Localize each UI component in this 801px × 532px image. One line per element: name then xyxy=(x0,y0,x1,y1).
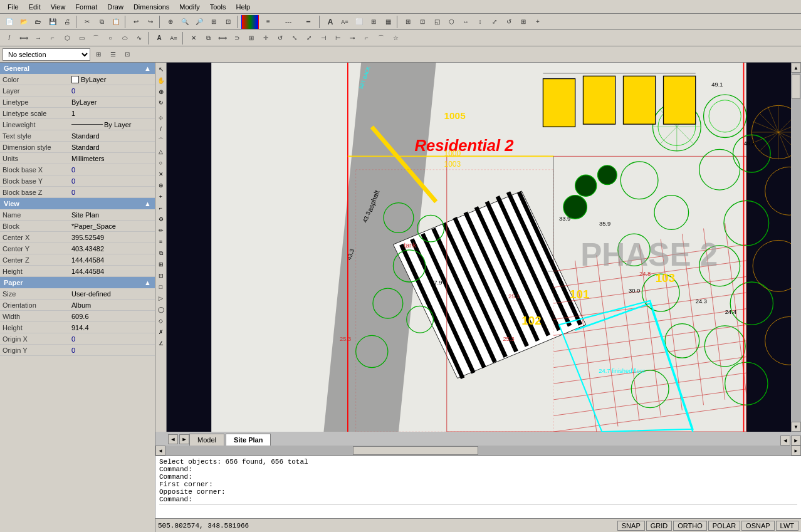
vscroll-track[interactable] xyxy=(791,73,801,422)
draw-spline[interactable]: ∿ xyxy=(132,31,146,45)
zoom-win-button[interactable]: ⊡ xyxy=(221,15,235,29)
tab-model[interactable]: Model xyxy=(189,434,224,446)
palette-button[interactable] xyxy=(241,15,259,29)
new-button[interactable]: 📄 xyxy=(3,15,16,29)
draw-ray[interactable]: → xyxy=(31,31,45,45)
lt-pen[interactable]: ✏ xyxy=(156,226,166,236)
menu-dimensions[interactable]: Dimensions xyxy=(128,2,174,12)
polar-button[interactable]: POLAR xyxy=(708,521,740,531)
view-section-header[interactable]: View ▲ xyxy=(0,198,155,209)
menu-tools[interactable]: Tools xyxy=(205,2,231,12)
layer-button[interactable]: ≡ xyxy=(259,15,277,29)
draw-line[interactable]: / xyxy=(3,31,16,45)
draw-pline[interactable]: ⌐ xyxy=(46,31,60,45)
lt-corner[interactable]: ⌐ xyxy=(156,203,166,213)
hscroll-right-btn[interactable]: ► xyxy=(791,446,801,456)
lineweight-button[interactable]: ━ xyxy=(300,15,317,29)
draw-poly[interactable]: ⬡ xyxy=(60,31,74,45)
lt-circ2[interactable]: ◯ xyxy=(156,305,166,315)
print-button[interactable]: 🖨 xyxy=(60,15,74,29)
tools3[interactable]: ◱ xyxy=(430,15,444,29)
lt-dia[interactable]: ◇ xyxy=(156,316,166,326)
grid-button[interactable]: GRID xyxy=(646,521,673,531)
selection-dropdown[interactable]: No selection xyxy=(3,48,90,61)
zoom-out-button[interactable]: 🔎 xyxy=(192,15,206,29)
menu-view[interactable]: View xyxy=(46,2,71,12)
mod-erase[interactable]: ✕ xyxy=(187,31,201,45)
lt-rotate[interactable]: ↻ xyxy=(156,98,166,108)
zoom-in-button[interactable]: 🔍 xyxy=(178,15,192,29)
mod-mirror[interactable]: ⟺ xyxy=(216,31,229,45)
tab-scroll-left[interactable]: ◄ xyxy=(168,434,178,444)
draw-rect[interactable]: ▭ xyxy=(75,31,88,45)
mod-fillet[interactable]: ⌒ xyxy=(374,31,388,45)
lt-triangle[interactable]: △ xyxy=(156,147,166,157)
draw-ellipse[interactable]: ⬭ xyxy=(118,31,132,45)
lt-tri2[interactable]: ▷ xyxy=(156,293,166,303)
lt-circle[interactable]: ○ xyxy=(156,158,166,168)
cut-button[interactable]: ✂ xyxy=(80,15,94,29)
lt-select[interactable]: ↖ xyxy=(156,64,166,74)
command-input[interactable] xyxy=(159,504,797,515)
mod-offset[interactable]: ⊃ xyxy=(230,31,244,45)
hscroll-left-btn[interactable]: ◄ xyxy=(155,446,165,456)
tools5[interactable]: ↔ xyxy=(459,15,473,29)
menu-modify[interactable]: Modify xyxy=(174,2,204,12)
snap-button[interactable]: SNAP xyxy=(617,521,645,531)
tab-prev[interactable]: ◄ xyxy=(780,436,790,446)
lt-gear[interactable]: ⚙ xyxy=(156,214,166,224)
lt-cross[interactable]: ✕ xyxy=(156,169,166,179)
paper-section-header[interactable]: Paper ▲ xyxy=(0,277,155,288)
mod-move[interactable]: ✛ xyxy=(259,31,273,45)
menu-format[interactable]: Format xyxy=(70,2,102,12)
draw-arc[interactable]: ⌒ xyxy=(89,31,103,45)
mod-break[interactable]: ⊸ xyxy=(345,31,359,45)
tools1[interactable]: ⊞ xyxy=(401,15,415,29)
tools9[interactable]: ⊞ xyxy=(516,15,530,29)
lt-line[interactable]: / xyxy=(156,124,166,134)
lwt-button[interactable]: LWT xyxy=(776,521,798,531)
text-button[interactable]: A xyxy=(323,15,337,29)
hscrollbar[interactable]: ◄ ► xyxy=(155,446,801,456)
ortho-button[interactable]: ORTHO xyxy=(673,521,707,531)
selection-btn3[interactable]: ⊡ xyxy=(121,48,134,61)
open2-button[interactable]: 🗁 xyxy=(31,15,45,29)
paste-button[interactable]: 📋 xyxy=(109,15,123,29)
draw-container[interactable]: 49.1 49.3 35.9 33.9 30.0 24.3 24.4 24.7 … xyxy=(167,63,791,432)
mod-copy[interactable]: ⧉ xyxy=(201,31,215,45)
mod-explode[interactable]: ☆ xyxy=(389,31,402,45)
osnap-button[interactable]: OSNAP xyxy=(741,521,775,531)
vscroll-up-btn[interactable]: ▲ xyxy=(791,63,801,73)
mod-rotate[interactable]: ↺ xyxy=(273,31,287,45)
tab-scroll-right[interactable]: ► xyxy=(179,434,189,444)
save-button[interactable]: 💾 xyxy=(46,15,60,29)
lt-nav[interactable]: ⊡ xyxy=(156,271,166,281)
general-section-header[interactable]: General ▲ xyxy=(0,63,155,74)
lt-layers[interactable]: ≡ xyxy=(156,237,166,247)
mod-extend[interactable]: ⊢ xyxy=(331,31,345,45)
hscroll-track[interactable] xyxy=(165,446,791,456)
hscroll-thumb[interactable] xyxy=(353,446,478,455)
zoom-ext-button[interactable]: ⊞ xyxy=(207,15,221,29)
menu-edit[interactable]: Edit xyxy=(24,2,46,12)
zoom-realtime-button[interactable]: ⊕ xyxy=(164,15,177,29)
linetype-button[interactable]: --- xyxy=(278,15,299,29)
lt-plus[interactable]: + xyxy=(156,192,166,202)
undo-button[interactable]: ↩ xyxy=(129,15,143,29)
menu-file[interactable]: File xyxy=(3,2,24,12)
draw-circle[interactable]: ○ xyxy=(103,31,117,45)
open-button[interactable]: 📂 xyxy=(17,15,31,29)
lt-pan[interactable]: ✋ xyxy=(156,75,166,85)
right-vscrollbar[interactable]: ▲ ▼ xyxy=(791,63,801,432)
vscroll-thumb[interactable] xyxy=(792,74,800,99)
tools6[interactable]: ↕ xyxy=(473,15,487,29)
draw-xline[interactable]: ⟺ xyxy=(17,31,31,45)
lt-arc[interactable]: ⌒ xyxy=(156,135,166,145)
tools10[interactable]: + xyxy=(531,15,545,29)
lt-zoom[interactable]: ⊕ xyxy=(156,86,166,96)
menu-help[interactable]: Help xyxy=(231,2,255,12)
mod-trim[interactable]: ⊣ xyxy=(317,31,330,45)
mod-array[interactable]: ⊞ xyxy=(244,31,258,45)
selection-btn2[interactable]: ☰ xyxy=(107,48,119,61)
tools7[interactable]: ⤢ xyxy=(488,15,501,29)
